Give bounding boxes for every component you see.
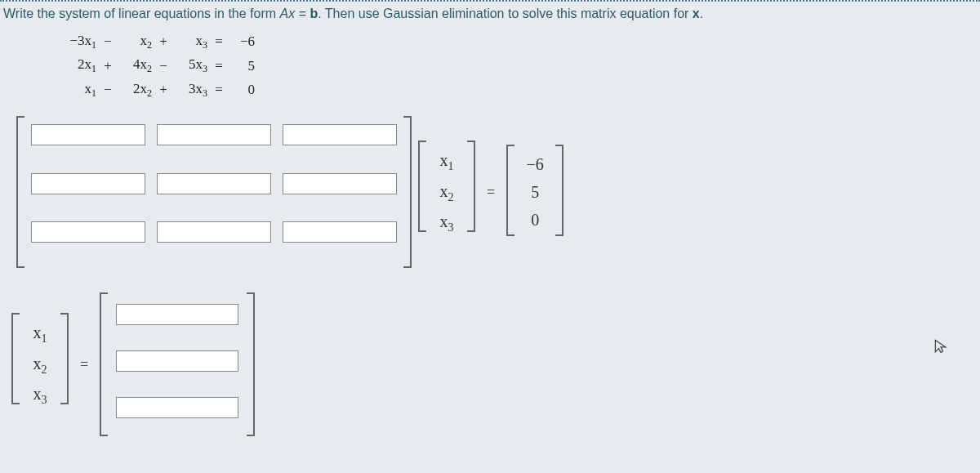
matrix-equation-entry: x1 x2 x3 = −6 5 0 [15,116,980,268]
b2-value: 5 [521,181,549,203]
vector-x-solution-lhs: x1 x2 x3 [10,313,70,417]
x2-label: x2 [26,352,54,378]
bracket-right-icon [59,313,70,404]
equation-row-2: 2x1 + 4x2 − 5x3 = 5 [57,53,980,77]
var-x: x [693,7,700,20]
solution-entry: x1 x2 x3 = [10,292,980,436]
solution-x2-input[interactable] [116,350,238,372]
x1-label: x1 [433,149,461,175]
bracket-left-icon [505,145,516,236]
vector-x: x1 x2 x3 [416,141,477,244]
x1-label: x1 [26,321,54,347]
matrix-A-input-13[interactable] [283,124,397,145]
matrix-A-input-31[interactable] [31,221,145,243]
matrix-A-input-22[interactable] [157,173,271,194]
matrix-A-grid [26,116,402,268]
x3-label: x3 [26,382,54,408]
vector-b: −6 5 0 [505,145,565,239]
instr-text-1: Write the system of linear equations in … [3,7,280,20]
bracket-left-icon [416,141,428,232]
x3-label: x3 [433,210,461,236]
matrix-A-input-21[interactable] [31,173,145,194]
matrix-A [15,116,413,268]
vector-x-lhs-grid: x1 x2 x3 [21,313,59,417]
bracket-left-icon [10,313,21,404]
bracket-right-icon [245,292,256,436]
equals-sign: = [487,184,495,201]
b3-value: 0 [521,208,549,231]
equation-system: −3x1 − x2 + x3 = −6 2x1 + 4x2 − 5x3 = 5 … [57,29,980,101]
problem-instruction: Write the system of linear equations in … [0,2,980,29]
x2-label: x2 [433,180,461,206]
cursor-icon [933,338,949,359]
matrix-A-input-32[interactable] [157,221,271,243]
solution-grid [109,292,245,436]
vector-b-grid: −6 5 0 [516,145,554,239]
equation-row-1: −3x1 − x2 + x3 = −6 [57,29,980,53]
solution-x1-input[interactable] [116,304,238,325]
b1-value: −6 [521,153,549,176]
var-b: b [310,7,318,20]
var-A: Ax [280,7,296,20]
solution-x3-input[interactable] [116,397,238,418]
eq-sign-text: = [295,7,310,20]
matrix-A-input-12[interactable] [157,124,271,145]
instr-dot: . [700,7,703,20]
bracket-right-icon [402,116,413,268]
vector-x-grid: x1 x2 x3 [428,141,466,244]
bracket-left-icon [15,116,26,268]
vector-x-solution-inputs [98,292,256,436]
equation-row-3: x1 − 2x2 + 3x3 = 0 [57,78,980,101]
bracket-right-icon [554,145,565,236]
bracket-left-icon [98,292,109,436]
bracket-right-icon [466,141,477,232]
matrix-A-input-11[interactable] [31,124,145,145]
equals-sign: = [80,356,88,373]
instr-text-2: . Then use Gaussian elimination to solve… [318,7,693,20]
matrix-A-input-33[interactable] [283,221,397,243]
matrix-A-input-23[interactable] [283,173,397,194]
